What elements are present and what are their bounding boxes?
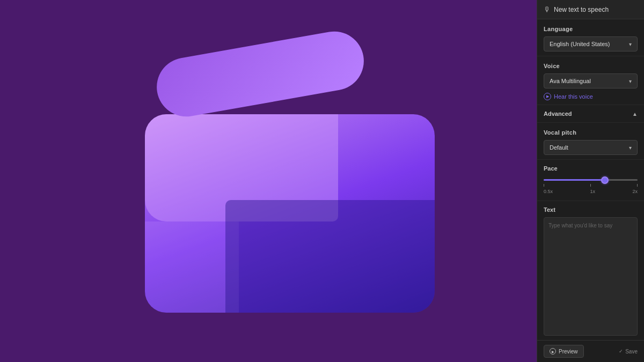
graphic-inner-small [145,221,239,313]
graphic-illustration [107,39,429,323]
graphic-top-pill [152,26,368,121]
panel-header: 🎙 New text to speech [537,0,644,19]
pace-slider-track [544,179,638,181]
hear-voice-link[interactable]: ▶ Hear this voice [544,93,638,100]
tts-icon: 🎙 [544,5,551,13]
voice-section: Voice Ava Multilingual ▾ ▶ Hear this voi… [537,56,644,105]
language-section: Language English (United States) ▾ [537,19,644,56]
voice-label: Voice [544,63,638,69]
preview-label: Preview [559,349,578,354]
vocal-pitch-label: Vocal pitch [544,129,638,136]
pace-slider-labels: 0.5x 1x 2x [544,189,638,194]
language-label: Language [544,26,638,32]
pace-min-label: 0.5x [544,189,553,194]
tick-max [637,184,638,187]
voice-selected: Ava Multilingual [550,78,591,84]
right-panel: 🎙 New text to speech Language English (U… [537,0,644,362]
pace-slider-ticks [544,184,638,187]
canvas-area [0,0,537,362]
footer-buttons: ▶ Preview ✓ Save [537,340,644,362]
pace-slider-thumb[interactable] [601,176,609,184]
hear-voice-label: Hear this voice [554,93,593,100]
preview-play-icon: ▶ [550,348,556,354]
text-section: Text [537,201,644,340]
advanced-chevron-icon: ▲ [632,111,638,117]
save-check-icon: ✓ [619,349,623,354]
language-selected: English (United States) [550,41,610,47]
preview-button[interactable]: ▶ Preview [544,345,584,358]
save-label: Save [625,349,638,354]
vocal-pitch-section: Vocal pitch Default ▾ [537,123,644,160]
pace-mid-label: 1x [590,189,595,194]
text-label: Text [544,206,638,213]
vocal-pitch-dropdown[interactable]: Default ▾ [544,140,638,155]
vocal-pitch-selected: Default [550,144,568,151]
vocal-pitch-dropdown-arrow: ▾ [629,145,632,151]
graphic-inner-bottom [225,200,435,313]
language-dropdown[interactable]: English (United States) ▾ [544,36,638,51]
save-button[interactable]: ✓ Save [619,349,638,354]
advanced-label: Advanced [544,110,572,117]
voice-dropdown-arrow: ▾ [629,78,632,84]
graphic-main-card [145,114,435,313]
pace-label: Pace [544,165,638,172]
pace-slider-fill [544,179,605,181]
pace-max-label: 2x [632,189,638,194]
text-input[interactable] [544,217,638,336]
pace-slider-container[interactable]: 0.5x 1x 2x [544,177,638,196]
tick-min [544,184,544,187]
language-dropdown-arrow: ▾ [629,41,632,47]
advanced-section-header[interactable]: Advanced ▲ [537,105,644,123]
tick-mid [590,184,591,187]
voice-dropdown[interactable]: Ava Multilingual ▾ [544,73,638,88]
panel-title: New text to speech [554,6,609,13]
pace-section: Pace 0.5x 1x 2x [537,160,644,201]
play-circle-icon: ▶ [544,93,551,100]
